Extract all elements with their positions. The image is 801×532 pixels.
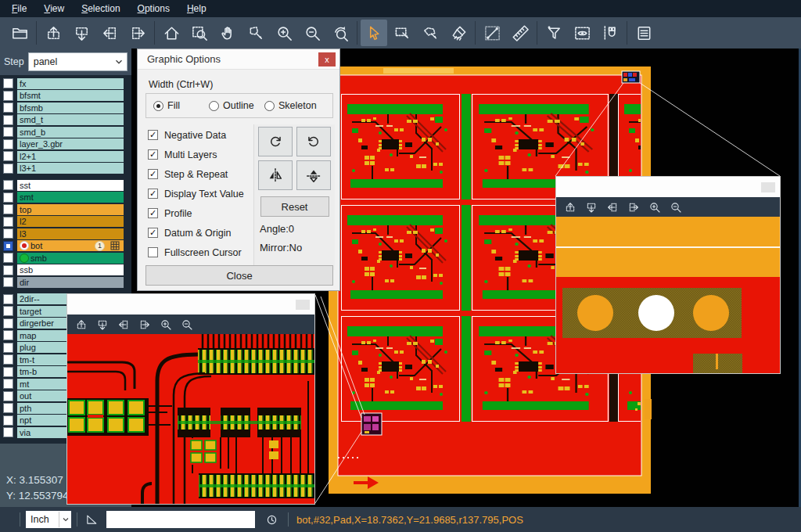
zoom-out-button[interactable] [667, 200, 684, 215]
open-folder-button[interactable] [6, 20, 33, 46]
window-button[interactable] [296, 300, 310, 310]
layer-visible-checkbox[interactable] [3, 330, 13, 340]
layer-row-top[interactable]: top [0, 203, 131, 216]
grid-icon[interactable] [110, 241, 120, 250]
layer-visible-checkbox[interactable] [3, 78, 13, 88]
checkbox-multi-layers[interactable]: ✓Multi Layers [148, 145, 244, 164]
angle-reference-icon[interactable] [83, 511, 100, 528]
move-down-button[interactable] [68, 20, 95, 46]
layer-bar[interactable]: l2 [17, 216, 124, 227]
menu-selection[interactable]: Selection [73, 0, 128, 17]
layers-panel-button[interactable] [630, 20, 657, 46]
layer-visible-checkbox[interactable] [3, 415, 13, 426]
layer-visible-checkbox[interactable] [3, 354, 13, 365]
measure-button[interactable] [479, 20, 505, 46]
clean-button[interactable] [445, 20, 472, 46]
layer-row-ssb[interactable]: ssb [0, 264, 131, 277]
layer-visible-checkbox[interactable] [3, 151, 13, 161]
move-right-button[interactable] [625, 200, 642, 215]
layer-visible-checkbox[interactable] [3, 403, 13, 413]
layer-row-l3+1[interactable]: l3+1 [0, 163, 131, 175]
select-poly-button[interactable] [417, 20, 444, 46]
layer-visible-checkbox[interactable] [3, 102, 13, 113]
layer-bar[interactable]: smt [17, 192, 124, 203]
layer-row-sst[interactable]: sst [0, 179, 131, 192]
mirror-vertical-button[interactable] [258, 160, 293, 190]
dialog-close-button[interactable]: x [318, 52, 336, 66]
layer-visible-checkbox[interactable] [3, 318, 13, 329]
layer-row-l2+1[interactable]: l2+1 [0, 150, 131, 163]
layer-row-fx[interactable]: fx [0, 77, 131, 90]
layer-visible-checkbox[interactable] [3, 294, 13, 304]
layer-row-dir[interactable]: dir [0, 276, 131, 289]
checkbox-step-repeat[interactable]: ✓Step & Repeat [148, 164, 244, 184]
move-up-button[interactable] [562, 200, 579, 215]
magnifier-view-left[interactable] [67, 334, 314, 504]
layer-visible-checkbox[interactable] [3, 228, 13, 239]
window-button[interactable] [761, 182, 775, 192]
layer-visible-checkbox[interactable] [3, 265, 13, 275]
layer-bar[interactable]: smd_b [17, 127, 124, 138]
layer-bar[interactable]: smb [17, 253, 124, 264]
checkbox-profile[interactable]: ✓Profile [148, 203, 244, 223]
highlight-button[interactable] [569, 20, 595, 46]
ruler-button[interactable] [507, 20, 533, 46]
layer-visible-checkbox[interactable] [3, 127, 13, 137]
layer-visible-checkbox[interactable] [3, 217, 13, 227]
layer-row-bfsmt[interactable]: bfsmt [0, 90, 131, 102]
snap-button[interactable] [597, 20, 623, 46]
layer-visible-checkbox[interactable] [3, 277, 13, 287]
zoom-in-button[interactable] [271, 20, 297, 46]
menu-view[interactable]: View [35, 0, 73, 17]
move-selection-button[interactable] [242, 20, 269, 46]
select-rect-button[interactable] [389, 20, 415, 46]
step-select[interactable]: panel [28, 52, 128, 71]
layer-visible-checkbox[interactable] [3, 306, 13, 316]
history-icon[interactable] [263, 511, 280, 528]
layer-row-l2[interactable]: l2 [0, 216, 131, 228]
move-up-button[interactable] [40, 20, 66, 46]
select-button[interactable] [361, 20, 387, 46]
layer-visible-checkbox[interactable] [3, 427, 13, 437]
checkbox-display-text-value[interactable]: ✓Display Text Value [148, 184, 244, 203]
close-button[interactable]: Close [145, 265, 333, 286]
layer-bar[interactable]: sst [17, 180, 124, 191]
layer-row-bot[interactable]: bot1 [0, 240, 131, 253]
rotate-ccw-button[interactable] [296, 127, 331, 156]
zoom-out-button[interactable] [299, 20, 325, 46]
radio-fill[interactable]: Fill [153, 100, 202, 111]
move-left-button[interactable] [604, 200, 621, 215]
menu-file[interactable]: File [3, 0, 35, 17]
layer-visible-checkbox[interactable] [3, 164, 13, 174]
zoom-previous-button[interactable] [327, 20, 354, 46]
menu-help[interactable]: Help [178, 0, 215, 17]
home-button[interactable] [158, 20, 185, 46]
layer-row-layer_3.gbr[interactable]: layer_3.gbr [0, 138, 131, 151]
layer-bar[interactable]: bfsmt [17, 90, 124, 101]
move-right-button[interactable] [136, 317, 153, 332]
layer-row-smb[interactable]: smb [0, 252, 131, 264]
layer-bar[interactable]: layer_3.gbr [17, 138, 124, 149]
reset-button[interactable]: Reset [260, 196, 329, 217]
magnifier-view-right[interactable] [556, 217, 780, 373]
checkbox-negative-data[interactable]: ✓Negative Data [148, 125, 244, 145]
pan-button[interactable] [214, 20, 241, 46]
layer-bar[interactable]: smd_t [17, 114, 124, 125]
magnifier-titlebar[interactable] [556, 177, 780, 197]
magnifier-window-left[interactable] [66, 293, 315, 505]
radio-skeleton[interactable]: Skeleton [264, 100, 317, 111]
layer-visible-checkbox[interactable] [3, 241, 13, 251]
unit-select[interactable]: Inch [26, 511, 71, 528]
move-down-button[interactable] [94, 317, 111, 332]
layer-bar[interactable]: l2+1 [17, 151, 124, 162]
layer-row-smd_b[interactable]: smd_b [0, 126, 131, 138]
layer-bar[interactable]: bot1 [17, 240, 124, 251]
rotate-cw-button[interactable] [258, 127, 293, 156]
zoom-window-button[interactable] [186, 20, 213, 46]
magnifier-titlebar[interactable] [67, 294, 314, 315]
layer-visible-checkbox[interactable] [3, 391, 13, 401]
layer-bar[interactable]: ssb [17, 264, 124, 275]
move-left-button[interactable] [96, 20, 123, 46]
filter-button[interactable] [541, 20, 567, 46]
layer-bar[interactable]: bfsmb [17, 102, 124, 113]
